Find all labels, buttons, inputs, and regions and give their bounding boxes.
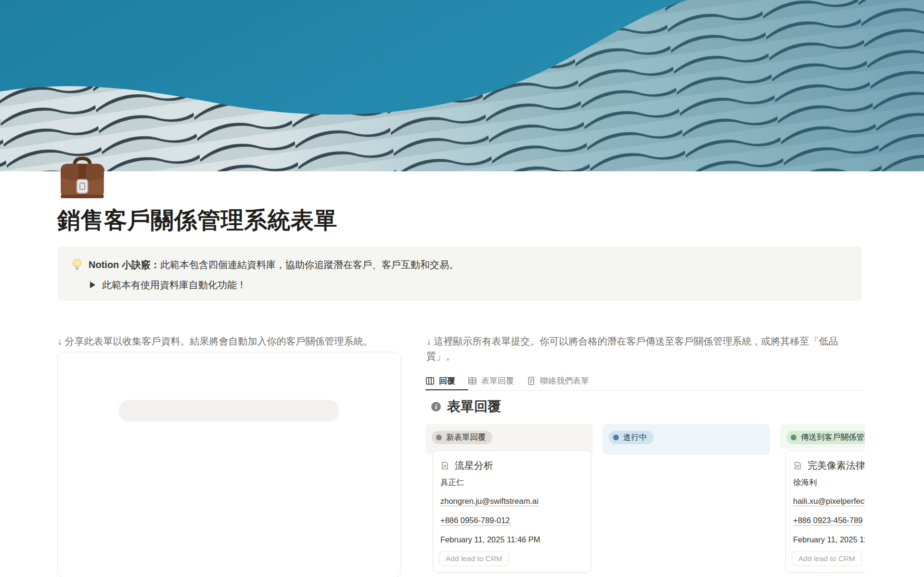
tab-label: 聯絡我們表單 [540,375,589,386]
card-header: 完美像素法律事 [793,459,865,472]
group-badge-label: 進行中 [623,432,647,443]
table-view-icon [468,376,477,385]
group-badge-label: 新表單回覆 [446,432,486,443]
callout-text: Notion 小訣竅：此範本包含四個連結資料庫，協助你追蹤潛在客戶、客戶互動和交… [89,258,459,271]
page-doc-icon [793,461,802,470]
tab-contact-us-form[interactable]: 聯絡我們表單 [526,375,589,386]
tab-label: 表單回覆 [481,375,514,386]
card-title: 流星分析 [455,459,493,472]
toggle-label: 此範本有使用資料庫自動化功能！ [102,278,246,292]
status-dot-blue [613,435,619,440]
group-badge-label: 傳送到客戶關係管理 [801,432,865,443]
info-icon: i [431,402,441,411]
card-title: 完美像素法律事 [808,459,865,472]
group-badge-new-responses[interactable]: 新表單回覆 [432,431,492,444]
database-title: 表單回覆 [447,397,501,416]
form-view-icon [526,376,536,385]
status-dot-gray [436,435,442,440]
add-lead-to-crm-button[interactable]: Add lead to CRM [792,551,862,566]
group-badge-in-progress[interactable]: 進行中 [609,431,654,444]
status-dot-green [791,435,796,440]
callout-text-row: Notion 小訣竅：此範本包含四個連結資料庫，協助你追蹤潛在客戶、客戶互動和交… [71,258,459,271]
callout-regular-text: 此範本包含四個連結資料庫，協助你追蹤潛在客戶、客戶互動和交易。 [160,259,459,270]
left-column-instruction: ↓ 分享此表單以收集客戶資料。結果將會自動加入你的客戶關係管理系統。 [57,334,402,349]
tabs-divider [425,390,865,391]
cover-photo-illustration [0,0,924,171]
database-heading: i 表單回覆 [431,397,501,416]
card-header: 流星分析 [440,459,493,472]
tab-responses-board[interactable]: 回覆 [425,375,455,386]
card-date: February 11, 2025 11:4 [793,535,865,544]
card-date: February 11, 2025 11:46 PM [440,535,540,544]
card-contact-name: 徐海利 [793,477,817,488]
card-email-link[interactable]: haili.xu@pixelperfect.l [793,497,865,506]
card-contact-name: 具正仁 [440,477,464,488]
card-email-link[interactable]: zhongren.ju@swiftstream.ai [440,497,539,506]
page-doc-icon [440,461,449,470]
tab-form-responses-table[interactable]: 表單回覆 [468,375,514,386]
callout-bold-text: Notion 小訣竅： [89,259,160,270]
board-view-icon [425,376,435,385]
card-phone-link[interactable]: +886 0956-789-012 [440,516,510,525]
board-view: 新表單回覆 流星分析 具正仁 zhongren.ju@swiftstream.a… [425,424,865,577]
page-cover-image [0,0,924,171]
lightbulb-icon [71,258,83,271]
callout-toggle[interactable]: 此範本有使用資料庫自動化功能！ [90,278,246,292]
notion-tip-callout: Notion 小訣竅：此範本包含四個連結資料庫，協助你追蹤潛在客戶、客戶互動和交… [57,246,862,301]
page-title: 銷售客戶關係管理系統表單 [57,205,731,236]
lead-card[interactable]: 流星分析 具正仁 zhongren.ju@swiftstream.ai +886… [433,450,591,573]
form-embed-placeholder [57,352,401,577]
database-view-tabs: 回覆 表單回覆 聯絡我們表單 [425,375,589,386]
briefcase-icon [57,152,108,203]
loading-skeleton-bar [118,400,339,422]
lead-card[interactable]: 完美像素法律事 徐海利 haili.xu@pixelperfect.l +886… [785,450,865,573]
group-badge-sent-to-crm[interactable]: 傳送到客戶關係管理 [786,431,865,444]
card-phone-link[interactable]: +886 0923-456-789 [793,516,863,525]
page-icon-briefcase[interactable] [57,152,108,203]
notion-page: 銷售客戶關係管理系統表單 Notion 小訣竅：此範本包含四個連結資料庫，協助你… [0,0,924,577]
add-lead-to-crm-button[interactable]: Add lead to CRM [439,551,509,566]
toggle-arrow-icon[interactable] [90,282,95,288]
right-column-instruction: ↓ 這裡顯示所有表單提交。你可以將合格的潛在客戶傳送至客戶關係管理系統，或將其移… [426,334,863,364]
tab-label: 回覆 [439,375,455,386]
